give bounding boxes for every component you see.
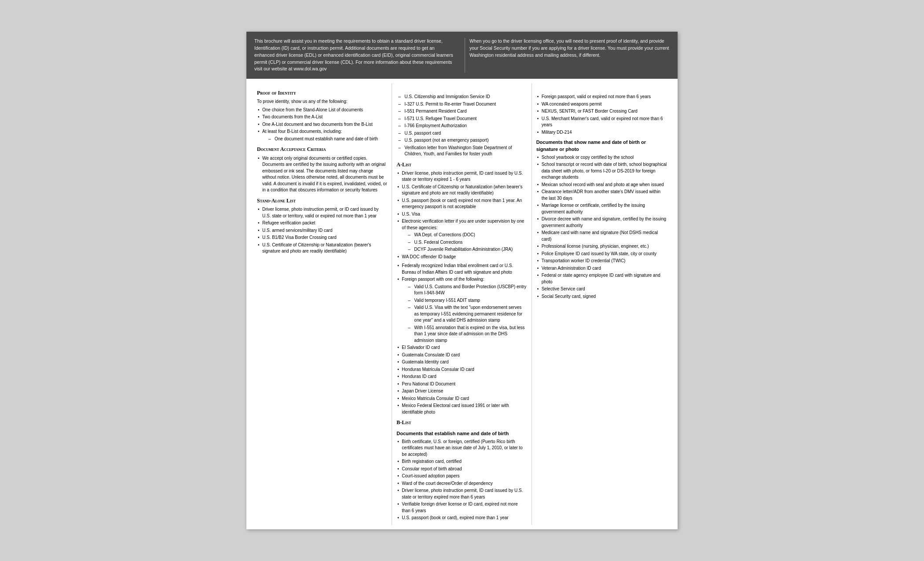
- alist-sublist: WA Dept. of Corrections (DOC) U.S. Feder…: [408, 232, 527, 253]
- list-item: Military DD-214: [536, 129, 667, 136]
- list-item: Driver license, photo instruction permit…: [257, 206, 387, 219]
- list-item: Foreign passport, valid or expired not m…: [536, 94, 667, 100]
- list-item: U.S. Merchant Mariner's card, valid or e…: [536, 116, 667, 128]
- list-item: Valid temporary I-551 ADIT stamp: [408, 297, 527, 304]
- list-item: Electronic verification letter if you ar…: [396, 218, 527, 253]
- list-item: Two documents from the A-List: [257, 114, 387, 121]
- list-item: At least four B-List documents, includin…: [257, 128, 387, 142]
- standalone-list: Driver license, photo instruction permit…: [257, 206, 387, 255]
- list-item: Veteran Administration ID card: [536, 265, 667, 272]
- header-left-text: This brochure will assist you in meeting…: [254, 38, 453, 71]
- column-1: Proof of Identity To prove identity, sho…: [253, 83, 392, 525]
- list-item: Divorce decree with name and signature, …: [536, 216, 667, 229]
- blist-name-dob-list: Birth certificate, U.S. or foreign, cert…: [396, 439, 527, 521]
- list-item: NEXUS, SENTRI, or FAST Border Crossing C…: [536, 108, 667, 115]
- list-item: Police Employee ID card issued by WA sta…: [536, 251, 667, 257]
- list-item: U.S. Certificate of Citizenship or Natur…: [396, 184, 527, 197]
- list-item: Verification letter from Washington Stat…: [398, 145, 527, 158]
- list-item: Honduras Matricula Consular ID card: [396, 367, 527, 373]
- foreign-list: Federally recognized Indian tribal enrol…: [396, 263, 527, 415]
- blist-title: B-List: [396, 419, 527, 426]
- list-item: School transcript or record with date of…: [536, 161, 667, 181]
- list-item: Peru National ID Document: [396, 381, 527, 388]
- list-item: Federal or state agency employee ID card…: [536, 272, 667, 285]
- list-item: Ward of the court decree/Order of depend…: [396, 480, 527, 487]
- list-item: Valid U.S. Visa with the text "upon endo…: [408, 304, 527, 324]
- list-item: Guatemala Identity card: [396, 359, 527, 366]
- list-item: Court-issued adoption papers: [396, 473, 527, 480]
- name-sig-list: School yearbook or copy certified by the…: [536, 154, 667, 300]
- list-item: El Salvador ID card: [396, 345, 527, 351]
- column-2: U.S. Citizenship and Immigration Service…: [392, 83, 532, 525]
- list-item: WA concealed weapons permit: [536, 101, 667, 108]
- list-item: One A-List document and two documents fr…: [257, 121, 387, 128]
- list-item: Japan Driver License: [396, 388, 527, 395]
- list-item: I-571 U.S. Refugee Travel Document: [398, 116, 527, 122]
- list-item: I-766 Employment Authorization: [398, 123, 527, 129]
- list-item: U.S. Certificate of Citizenship or Natur…: [257, 242, 387, 255]
- list-item: Mexico Matricula Consular ID card: [396, 396, 527, 402]
- list-item: Birth certificate, U.S. or foreign, cert…: [396, 439, 527, 458]
- column-3: Foreign passport, valid or expired not m…: [532, 83, 671, 525]
- list-item: Driver license, photo instruction permit…: [396, 170, 527, 183]
- foreign-sublist: Valid U.S. Customs and Border Protection…: [408, 284, 527, 344]
- list-item: I-327 U.S. Permit to Re-enter Travel Doc…: [398, 101, 527, 108]
- list-item: Verifiable foreign driver license or ID …: [396, 501, 527, 514]
- list-item: Professional license (nursing, physician…: [536, 243, 667, 250]
- standalone-continued-list: U.S. Citizenship and Immigration Service…: [398, 94, 527, 158]
- list-item: U.S. Visa: [396, 211, 527, 218]
- other-items-list: Foreign passport, valid or expired not m…: [536, 94, 667, 136]
- list-item: U.S. passport (book or card) expired not…: [396, 198, 527, 210]
- doc-accept-list: We accept only original documents or cer…: [257, 155, 387, 194]
- list-item: Marriage license or certificate, certifi…: [536, 202, 667, 215]
- list-item: WA Dept. of Corrections (DOC): [408, 232, 527, 238]
- list-item: U.S. Citizenship and Immigration Service…: [398, 94, 527, 100]
- list-item: Transportation worker ID credential (TWI…: [536, 258, 667, 264]
- list-item: Consular report of birth abroad: [396, 466, 527, 473]
- list-item: U.S. armed services/military ID card: [257, 227, 387, 234]
- alist-title: A-List: [396, 161, 527, 169]
- proof-sublist: One document must establish name and dat…: [268, 136, 387, 143]
- list-item: Honduras ID card: [396, 374, 527, 380]
- list-item: U.S. passport card: [398, 130, 527, 137]
- header-left: This brochure will assist you in meeting…: [254, 38, 459, 73]
- page: This brochure will assist you in meeting…: [246, 32, 678, 529]
- header-right-text: When you go to the driver licensing offi…: [469, 38, 669, 58]
- list-item: I-551 Permanent Resident Card: [398, 108, 527, 115]
- list-item: Refugee verification packet: [257, 220, 387, 227]
- list-item: With I-551 annotation that is expired on…: [408, 325, 527, 344]
- list-item: Mexican school record with seal and phot…: [536, 182, 667, 188]
- list-item: U.S. passport (book or card), expired mo…: [396, 515, 527, 521]
- list-item: Social Security card, signed: [536, 293, 667, 300]
- list-item: Federally recognized Indian tribal enrol…: [396, 263, 527, 275]
- list-item: U.S. B1/B2 Visa Border Crossing card: [257, 235, 387, 241]
- proof-list: One choice from the Stand-Alone List of …: [257, 107, 387, 143]
- list-item: U.S. Federal Corrections: [408, 239, 527, 246]
- list-item: Birth registration card, certified: [396, 458, 527, 465]
- blist-name-dob-title: Documents that establish name and date o…: [396, 430, 527, 437]
- doc-acceptance-title: Document Acceptance Criteria: [257, 146, 387, 153]
- list-item: Selective Service card: [536, 286, 667, 293]
- list-item: School yearbook or copy certified by the…: [536, 154, 667, 161]
- list-item: WA DOC offender ID badge: [396, 254, 527, 260]
- header-banner: This brochure will assist you in meeting…: [246, 32, 678, 79]
- list-item: Foreign passport with one of the followi…: [396, 276, 527, 344]
- list-item: Mexico Federal Electoral card issued 199…: [396, 403, 527, 415]
- list-item: One choice from the Stand-Alone List of …: [257, 107, 387, 114]
- name-sig-title: Documents that show name and date of bir…: [536, 139, 667, 153]
- proof-of-identity-title: Proof of Identity: [257, 89, 387, 97]
- list-item: U.S. passport (not an emergency passport…: [398, 137, 527, 144]
- list-item: Driver license, photo instruction permit…: [396, 488, 527, 500]
- list-item: Guatemala Consulate ID card: [396, 352, 527, 359]
- list-item: Clearance letter/ADR from another state'…: [536, 189, 667, 202]
- list-item: We accept only original documents or cer…: [257, 155, 387, 194]
- list-item: DCYF Juvenile Rehabilitation Administrat…: [408, 246, 527, 253]
- header-right: When you go to the driver licensing offi…: [465, 38, 670, 73]
- list-item: Medicare card with name and signature (N…: [536, 230, 667, 242]
- list-item: Valid U.S. Customs and Border Protection…: [408, 284, 527, 297]
- standalone-title: Stand-Alone List: [257, 197, 387, 205]
- alist-list: Driver license, photo instruction permit…: [396, 170, 527, 260]
- main-content: Proof of Identity To prove identity, sho…: [246, 79, 678, 529]
- proof-intro: To prove identity, show us any of the fo…: [257, 99, 387, 105]
- list-item: One document must establish name and dat…: [268, 136, 387, 143]
